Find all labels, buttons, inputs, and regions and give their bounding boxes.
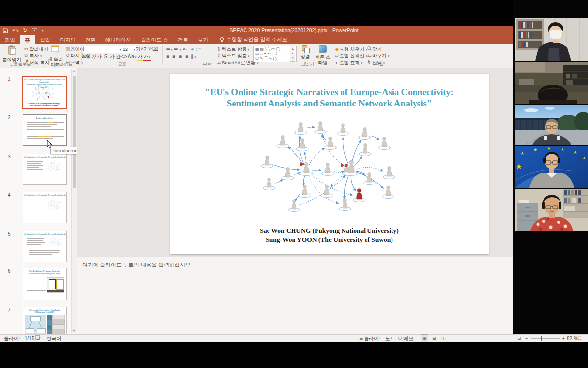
thumb-body-text: [25, 249, 62, 255]
tab-transitions[interactable]: 전환: [80, 35, 100, 44]
notes-pane[interactable]: 여기에 슬라이드 노트의 내용을 입력하십시오: [77, 257, 588, 335]
scrollbar-thumb[interactable]: [73, 76, 76, 188]
thumbnail-scrollbar[interactable]: ▲ ▼: [71, 69, 77, 333]
tab-review[interactable]: 검토: [173, 35, 193, 44]
font-style-buttons[interactable]: 가가가S가간˂˃Aa▾가가▾: [84, 53, 151, 60]
spellcheck-icon[interactable]: [35, 335, 41, 342]
text-line-decoration: [27, 285, 46, 286]
language-indicator[interactable]: 한국어: [47, 335, 61, 342]
tab-design[interactable]: 디자인: [55, 35, 81, 44]
video-feed-participant-5[interactable]: [515, 189, 588, 231]
tab-slideshow[interactable]: 슬라이드 쇼: [136, 35, 173, 44]
slide-thumbnail-7[interactable]: Strategic Narratives Analysis (Miskimmon…: [23, 307, 67, 334]
comments-toggle-button[interactable]: 🗩 메모: [398, 335, 414, 342]
notes-icon: ≐: [359, 336, 364, 341]
copy-button[interactable]: ⧉복사 ▾: [24, 53, 42, 59]
table-cell: [52, 325, 65, 330]
reading-view-button[interactable]: ◫: [441, 335, 446, 342]
slideshow-view-button[interactable]: ⊡: [517, 335, 521, 342]
slide-number: 4: [8, 192, 11, 198]
text-line-decoration: [27, 290, 46, 291]
svg-text:★: ★: [515, 162, 522, 171]
slide-thumbnail-6[interactable]: Methodology: Framing Analysis (Semetko a…: [23, 268, 67, 300]
status-bar: 슬라이드 1/15 한국어 ≐ 슬라이드 노트 🗩 메모 ▣ ⊞ ◫ ⊡ − +…: [0, 334, 588, 342]
gold-frame: [56, 279, 64, 290]
video-feed-participant-2[interactable]: [515, 62, 588, 104]
shape-fill-button[interactable]: ◆도형 채우기 ▾: [334, 46, 367, 52]
slide-sorter-view-button[interactable]: ⊞: [432, 335, 436, 342]
tab-view[interactable]: 보기: [193, 35, 213, 44]
tell-me-box[interactable]: 수행할 작업을 알려 주세요.: [220, 35, 289, 44]
font-name-combo[interactable]: ▾: [84, 46, 122, 53]
normal-view-button[interactable]: ▣: [421, 335, 428, 342]
text-line-decoration: [27, 136, 64, 137]
text-line-decoration: [27, 242, 45, 243]
find-button[interactable]: 찾기: [367, 46, 382, 52]
highlight-color-button: 가: [137, 53, 143, 61]
search-icon: [367, 46, 372, 52]
group-label-font: 글꼴: [82, 62, 162, 67]
scissors-icon: ✂: [24, 46, 29, 52]
list-buttons[interactable]: ≔▾≕▾⇤⇥↕≡: [165, 46, 202, 52]
current-slide[interactable]: "EU's Online Strategic Narratives of Eur…: [170, 74, 489, 254]
participant-outdoor-scene: [515, 105, 588, 145]
slide-thumbnail-4[interactable]: Methodology: Semantic Network Analysis: [23, 192, 67, 223]
diagram-box: [37, 328, 46, 333]
tab-home[interactable]: 홈: [20, 35, 35, 44]
video-feed-participant-3[interactable]: [515, 105, 588, 145]
slide-thumbnail-5[interactable]: Methodology: Semantic Network Analysis: [23, 231, 67, 262]
thumb-body-text: [23, 198, 47, 210]
notes-toggle-button[interactable]: ≐ 슬라이드 노트: [359, 335, 395, 342]
notes-placeholder: 여기에 슬라이드 노트의 내용을 입력하십시오: [82, 262, 191, 269]
text-direction-button[interactable]: ⇅텍스트 방향 ▾: [216, 46, 249, 52]
text-line-decoration: [27, 133, 47, 134]
diagram-box: [26, 328, 34, 333]
tab-file[interactable]: 파일: [0, 35, 20, 44]
black-frame: [49, 279, 56, 289]
shape-outline-button[interactable]: ▱도형 윤곽선 ▾: [334, 53, 367, 59]
slide-thumbnail-1[interactable]: "EU's Online Strategic Narratives of Eur…: [22, 76, 67, 109]
narratives-diagram: [25, 315, 46, 334]
video-feed-participant-4[interactable]: ★★★★★★ ★: [515, 146, 588, 188]
slide-number: 1: [8, 77, 11, 82]
ribbon-tab-row: 파일 홈 삽입 디자인 전환 애니메이션 슬라이드 쇼 검토 보기 수행할 작업…: [0, 35, 588, 44]
fit-to-window-button[interactable]: ⛶: [578, 335, 581, 342]
participant-masked-man-scene: [515, 18, 588, 61]
network-diagram-thumbnail: [28, 84, 59, 102]
zoom-in-button[interactable]: +: [562, 335, 565, 342]
video-feed-participant-1[interactable]: [515, 18, 588, 61]
font-size-combo[interactable]: 12▾: [122, 46, 136, 53]
slide-thumbnail-2[interactable]: Introduction: [23, 114, 67, 146]
scroll-down-icon[interactable]: ▼: [72, 329, 77, 332]
table-cell: [52, 330, 65, 334]
zoom-slider-thumb[interactable]: [541, 336, 542, 341]
mini-network-image: [45, 199, 65, 211]
align-text-button[interactable]: ⇳텍스트 맞춤 ▾: [216, 53, 249, 59]
slide-editing-area[interactable]: "EU's Online Strategic Narratives of Eur…: [77, 68, 588, 257]
video-conference-panel: ★★★★★★ ★: [513, 0, 588, 334]
table-cell: [52, 315, 65, 320]
zoom-level[interactable]: 82 %: [567, 335, 578, 342]
text-line-decoration: [27, 244, 41, 245]
zoom-out-button[interactable]: −: [525, 335, 528, 342]
table-cell: [47, 330, 52, 334]
replace-button[interactable]: ⇆바꾸기 ▾: [367, 53, 390, 59]
grow-shrink-font-buttons[interactable]: 가˄가˅⌫: [136, 46, 158, 52]
shapes-gallery-scroll[interactable]: ▲▼≡: [290, 46, 295, 62]
text-line-decoration: [27, 202, 43, 203]
slide-thumbnail-3[interactable]: Methodology: Semantic Network Analysis: [23, 154, 67, 185]
text-line-decoration: [27, 240, 43, 241]
align-buttons[interactable]: ≡≡≡≡∥▾: [165, 53, 197, 60]
font-color-button: 가▾: [143, 53, 151, 61]
text-line-decoration: [29, 254, 52, 255]
clipboard-icon: [8, 45, 16, 55]
tab-animations[interactable]: 애니메이션: [100, 35, 136, 44]
text-line-decoration: [27, 124, 57, 125]
scroll-up-icon[interactable]: ▲: [72, 70, 77, 73]
comment-icon: 🗩: [398, 336, 404, 341]
bold-button: 가: [84, 53, 90, 60]
slide-authors[interactable]: Sae Won CHUNG (Pukyong National Universi…: [170, 226, 489, 244]
tab-insert[interactable]: 삽입: [35, 35, 55, 44]
network-diagram-image[interactable]: [239, 115, 425, 224]
slide-title[interactable]: "EU's Online Strategic Narratives of Eur…: [170, 86, 489, 109]
